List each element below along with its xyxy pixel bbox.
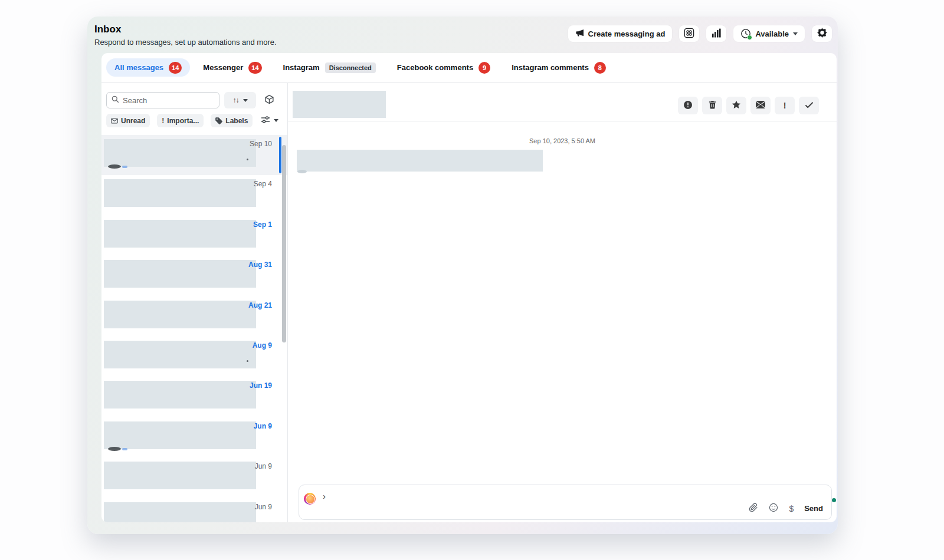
report-button[interactable] xyxy=(678,97,698,114)
available-status-dot xyxy=(747,35,752,40)
dollar-icon: $ xyxy=(789,504,794,513)
mark-important-button[interactable]: ! xyxy=(775,97,795,114)
search-box[interactable] xyxy=(106,92,219,108)
conversation-preview-redacted xyxy=(104,421,256,449)
message-avatar-smudge xyxy=(297,170,307,173)
filters-row: Unread!Importa...Labels xyxy=(106,114,284,127)
chevron-down-icon xyxy=(243,99,248,102)
automation-icon xyxy=(684,28,694,40)
composer-tools: $ Send xyxy=(749,503,823,514)
avatar-smudge xyxy=(108,164,121,169)
conversation-list-item[interactable]: Jun 9 xyxy=(101,457,287,498)
unread-count-badge: 14 xyxy=(169,62,182,74)
text-dot xyxy=(247,159,248,160)
insights-button[interactable] xyxy=(706,25,726,42)
create-messaging-ad-button[interactable]: Create messaging ad xyxy=(568,25,673,42)
delete-button[interactable] xyxy=(702,97,722,114)
sort-button[interactable]: ↑↓ xyxy=(224,92,256,108)
message-timestamp: Sep 10, 2023, 5:50 AM xyxy=(288,137,837,144)
send-button[interactable]: Send xyxy=(804,504,823,513)
text-smudge xyxy=(122,448,127,450)
follow-up-button[interactable] xyxy=(726,97,746,114)
conversation-list-item[interactable]: Jun 9 xyxy=(101,417,287,457)
automations-button[interactable] xyxy=(679,25,699,42)
conversation-header: ! xyxy=(288,83,837,121)
megaphone-icon xyxy=(575,28,584,39)
conversation-list-item[interactable]: Sep 1 xyxy=(101,216,287,256)
unread-count-badge: 14 xyxy=(248,62,261,74)
mark-done-button[interactable] xyxy=(799,97,819,114)
payment-button[interactable]: $ xyxy=(789,504,794,513)
box-button[interactable] xyxy=(264,94,274,106)
emoji-button[interactable] xyxy=(769,503,778,514)
conversation-date: Aug 9 xyxy=(253,341,272,350)
conversation-list-item[interactable]: Aug 21 xyxy=(101,297,287,337)
conversation-date: Jun 9 xyxy=(255,503,272,511)
envelope-icon xyxy=(111,118,118,124)
paperclip-icon xyxy=(749,503,758,514)
conversation-list-item[interactable]: Sep 4 xyxy=(101,175,287,215)
smiley-icon xyxy=(769,503,778,514)
report-icon xyxy=(683,100,693,111)
settings-button[interactable] xyxy=(812,25,832,42)
tab-instagram-comments[interactable]: Instagram comments8 xyxy=(501,53,617,83)
conversation-list: Sep 10Sep 4Sep 1Aug 31Aug 21Aug 9Jun 19J… xyxy=(101,135,287,522)
conversation-preview-redacted xyxy=(104,341,256,368)
conversation-list-panel: ↑↓ Unread!Importa...Labels xyxy=(101,83,288,522)
selected-indicator xyxy=(279,137,281,173)
trash-icon xyxy=(708,100,717,111)
search-input[interactable] xyxy=(123,96,214,105)
text-dot xyxy=(247,360,248,362)
conversation-date: Aug 21 xyxy=(248,301,272,309)
more-filters-button[interactable] xyxy=(261,116,278,126)
composer-expand-chevron[interactable]: › xyxy=(323,491,326,501)
tab-messenger[interactable]: Messenger14 xyxy=(192,53,272,83)
tab-all-messages[interactable]: All messages14 xyxy=(106,58,190,77)
conversation-list-item[interactable]: Aug 9 xyxy=(101,337,287,377)
inbox-main-panel: All messages14Messenger14InstagramDiscon… xyxy=(101,53,837,522)
page-subtitle: Respond to messages, set up automations … xyxy=(94,38,277,47)
status-dot xyxy=(832,498,836,502)
filter-chips: Unread!Importa...Labels xyxy=(106,114,253,127)
availability-label: Available xyxy=(755,29,789,38)
tab-facebook-comments[interactable]: Facebook comments9 xyxy=(386,53,501,83)
list-scrollbar[interactable] xyxy=(282,145,286,342)
importa-filter-chip[interactable]: !Importa... xyxy=(157,114,204,127)
tab-label: Instagram comments xyxy=(512,63,589,72)
availability-dropdown[interactable]: Available xyxy=(733,25,805,42)
tab-instagram[interactable]: InstagramDisconnected xyxy=(273,53,386,83)
conversation-date: Sep 4 xyxy=(254,180,272,188)
conversation-preview-redacted xyxy=(104,381,256,409)
conversation-actions: ! xyxy=(678,97,819,114)
search-row: ↑↓ xyxy=(106,92,283,108)
unread-count-badge: 8 xyxy=(594,62,606,74)
message-composer[interactable]: › $ xyxy=(299,485,832,520)
conversation-preview-redacted xyxy=(104,139,256,167)
conversation-list-item[interactable]: Sep 10 xyxy=(101,135,287,175)
conversation-date: Jun 9 xyxy=(254,422,272,430)
disconnected-badge: Disconnected xyxy=(325,62,376,73)
tab-label: Messenger xyxy=(203,63,243,72)
conversation-preview-redacted xyxy=(104,260,256,288)
conversation-list-item[interactable]: Jun 19 xyxy=(101,377,287,417)
tag-icon xyxy=(215,117,222,124)
mark-unread-icon xyxy=(756,101,765,110)
conversation-preview-redacted xyxy=(104,462,256,489)
page-title: Inbox xyxy=(94,24,277,35)
box-icon xyxy=(264,94,274,106)
title-block: Inbox Respond to messages, set up automa… xyxy=(94,24,277,47)
attach-file-button[interactable] xyxy=(749,503,758,514)
message-redacted xyxy=(297,150,543,172)
tab-label: Instagram xyxy=(283,63,320,72)
done-check-icon xyxy=(805,101,814,110)
avatar-smudge xyxy=(108,447,121,451)
search-icon xyxy=(112,95,119,106)
conversation-list-item[interactable]: Jun 9 xyxy=(101,498,287,522)
conversation-list-item[interactable]: Aug 31 xyxy=(101,256,287,296)
unread-filter-chip[interactable]: Unread xyxy=(106,114,150,127)
content-area: ↑↓ Unread!Importa...Labels xyxy=(101,83,837,522)
conversation-panel: ! Sep 10, 2023, 5:50 AM › xyxy=(288,83,837,522)
mark-unread-button[interactable] xyxy=(750,97,771,114)
inbox-app-card: Inbox Respond to messages, set up automa… xyxy=(87,17,838,534)
labels-filter-chip[interactable]: Labels xyxy=(211,114,253,127)
